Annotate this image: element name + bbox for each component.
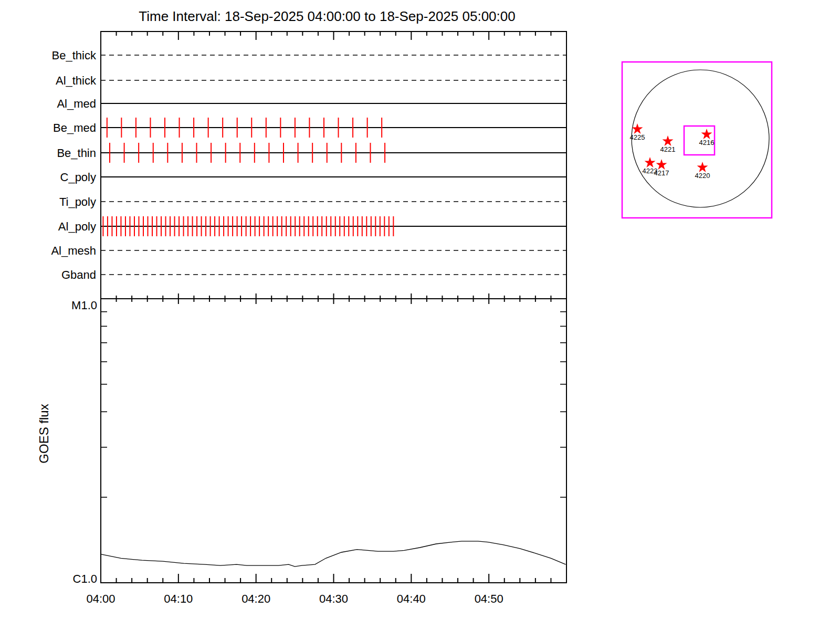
filter-label-Be_thin: Be_thin <box>57 146 96 160</box>
goes-ybottom-label: C1.0 <box>73 572 97 585</box>
active-region-label-4217: 4217 <box>654 169 669 177</box>
x-tick-label-04:50: 04:50 <box>475 592 503 605</box>
filter-label-Be_med: Be_med <box>53 121 96 134</box>
active-region-star-4225 <box>632 123 643 134</box>
x-tick-label-04:10: 04:10 <box>164 592 193 605</box>
active-region-star-4221 <box>663 135 674 146</box>
active-region-star-4217 <box>656 159 667 170</box>
goes-panel-border <box>101 299 566 583</box>
plot-canvas: Time Interval: 18-Sep-2025 04:00:00 to 1… <box>0 0 840 630</box>
plot-screenshot-root: Time Interval: 18-Sep-2025 04:00:00 to 1… <box>0 0 840 630</box>
filter-label-Al_poly: Al_poly <box>58 220 96 233</box>
x-tick-label-04:30: 04:30 <box>319 592 348 605</box>
active-region-label-4221: 4221 <box>660 145 676 153</box>
goes-ytop-label: M1.0 <box>71 299 97 312</box>
goes-flux-panel: 04:0004:1004:2004:3004:4004:50 <box>86 293 566 605</box>
x-axis-tick-labels: 04:0004:1004:2004:3004:4004:50 <box>86 592 503 605</box>
active-region-label-4220: 4220 <box>695 172 710 180</box>
active-region-star-4220 <box>697 162 708 172</box>
filter-label-Al_med: Al_med <box>57 97 96 110</box>
filter-label-C_poly: C_poly <box>60 171 96 184</box>
filter-label-Gband: Gband <box>61 268 96 281</box>
goes-yaxis-title: GOES flux <box>37 404 51 463</box>
filter-label-Al_thick: Al_thick <box>56 74 97 87</box>
x-tick-label-04:00: 04:00 <box>86 592 115 605</box>
filter-label-Al_mesh: Al_mesh <box>51 244 96 257</box>
goes-flux-curve <box>101 541 566 566</box>
solar-disk-map: 422542214216422342174220 <box>622 62 772 218</box>
x-axis-ticks-bottom <box>117 574 551 583</box>
active-region-star-4223 <box>645 157 656 167</box>
x-tick-label-04:40: 04:40 <box>397 592 426 605</box>
active-region-label-4216: 4216 <box>699 139 715 146</box>
filter-label-Be_thick: Be_thick <box>52 49 97 62</box>
filter-panel-border <box>101 32 566 299</box>
x-tick-label-04:20: 04:20 <box>242 592 270 605</box>
y-axis-log-ticks <box>101 312 566 497</box>
filter-label-Ti_poly: Ti_poly <box>59 195 96 208</box>
filter-top-axis-ticks <box>117 32 551 40</box>
filter-timeline-panel: Be_thickAl_thickAl_medBe_medBe_thinC_pol… <box>51 32 566 299</box>
page-title: Time Interval: 18-Sep-2025 04:00:00 to 1… <box>139 8 515 24</box>
active-region-star-4216 <box>701 129 712 139</box>
active-region-label-4225: 4225 <box>630 133 645 141</box>
